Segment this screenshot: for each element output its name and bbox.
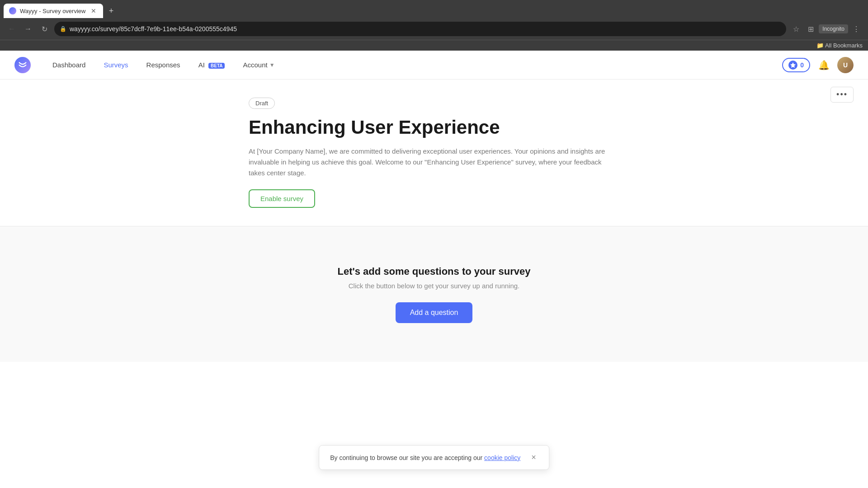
- survey-title: Enhancing User Experience: [249, 116, 619, 139]
- main-content: ••• Draft Enhancing User Experience At […: [0, 80, 868, 362]
- lock-icon: 🔒: [60, 26, 66, 32]
- add-question-button[interactable]: Add a question: [396, 302, 473, 323]
- empty-state-section: Let's add some questions to your survey …: [0, 226, 868, 362]
- nav-links: Dashboard Surveys Responses AI BETA Acco…: [45, 57, 782, 72]
- nav-ai[interactable]: AI BETA: [191, 57, 232, 72]
- active-tab[interactable]: Wayyy - Survey overview ✕: [4, 4, 103, 18]
- survey-header-inner: Draft Enhancing User Experience At [Your…: [231, 98, 637, 208]
- nav-surveys[interactable]: Surveys: [96, 57, 135, 72]
- credits-icon: [788, 61, 797, 70]
- notification-button[interactable]: 🔔: [816, 57, 832, 73]
- nav-dashboard[interactable]: Dashboard: [45, 57, 93, 72]
- address-bar-wrapper: 🔒: [54, 22, 786, 36]
- ai-beta-badge: BETA: [208, 63, 225, 69]
- bookmarks-bar: 📁 All Bookmarks: [0, 40, 868, 51]
- toolbar-actions: ☆ ⊞ Incognito ⋮: [790, 23, 863, 35]
- tab-title: Wayyy - Survey overview: [20, 8, 86, 14]
- enable-survey-button[interactable]: Enable survey: [249, 189, 315, 208]
- empty-state-description: Click the button below to get your surve…: [349, 282, 520, 290]
- close-tab-button[interactable]: ✕: [90, 7, 98, 15]
- chevron-down-icon: ▼: [269, 62, 275, 68]
- reload-button[interactable]: ↻: [38, 23, 51, 35]
- browser-chrome: Wayyy - Survey overview ✕ + ← → ↻ 🔒 ☆ ⊞ …: [0, 0, 868, 51]
- nav-responses[interactable]: Responses: [139, 57, 188, 72]
- cookie-close-button[interactable]: ×: [529, 453, 538, 462]
- incognito-button[interactable]: Incognito: [819, 24, 848, 33]
- tab-favicon: [9, 7, 16, 14]
- credits-count: 0: [800, 61, 804, 69]
- bookmark-button[interactable]: ☆: [790, 23, 802, 35]
- cookie-banner: By continuing to browse our site you are…: [319, 445, 549, 470]
- logo-icon: [14, 57, 31, 73]
- draft-badge: Draft: [249, 98, 275, 109]
- incognito-label: Incognito: [822, 26, 844, 32]
- cookie-text: By continuing to browse our site you are…: [330, 454, 520, 461]
- empty-state-title: Let's add some questions to your survey: [337, 266, 530, 277]
- nav-account[interactable]: Account ▼: [236, 57, 282, 72]
- survey-description: At [Your Company Name], we are committed…: [249, 146, 619, 178]
- logo[interactable]: [14, 57, 31, 73]
- forward-button[interactable]: →: [22, 23, 34, 35]
- address-bar[interactable]: [54, 22, 786, 36]
- app-header: Dashboard Surveys Responses AI BETA Acco…: [0, 51, 868, 80]
- credits-button[interactable]: 0: [782, 58, 810, 72]
- back-button[interactable]: ←: [5, 23, 18, 35]
- browser-toolbar: ← → ↻ 🔒 ☆ ⊞ Incognito ⋮: [0, 18, 868, 40]
- cookie-policy-link[interactable]: cookie policy: [484, 454, 520, 461]
- menu-button[interactable]: ⋮: [850, 23, 863, 35]
- header-actions: 0 🔔 U: [782, 57, 854, 73]
- svg-marker-0: [790, 62, 796, 68]
- user-avatar[interactable]: U: [837, 57, 854, 73]
- new-tab-button[interactable]: +: [105, 5, 118, 17]
- survey-header-section: ••• Draft Enhancing User Experience At […: [0, 80, 868, 226]
- options-button[interactable]: •••: [830, 87, 854, 103]
- bookmarks-label: 📁 All Bookmarks: [816, 42, 863, 49]
- extension-button[interactable]: ⊞: [804, 23, 817, 35]
- browser-tab-bar: Wayyy - Survey overview ✕ +: [0, 0, 868, 18]
